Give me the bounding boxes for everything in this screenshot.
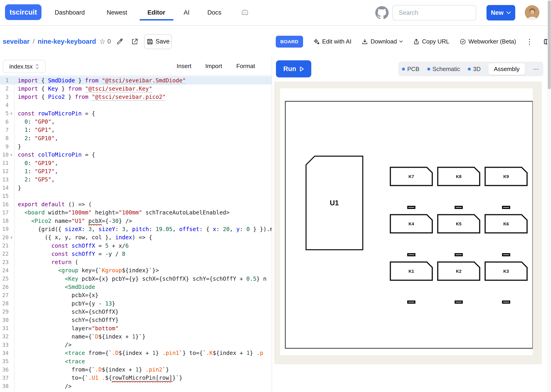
code-line[interactable]: 36 from={`.D${index + 1} .pin2`} — [0, 365, 272, 374]
fold-arrow-icon[interactable]: ∨ — [9, 235, 14, 239]
code-area[interactable]: 1import { SmdDiode } from "@tsci/seveiba… — [0, 76, 272, 392]
gutter: 19 — [0, 225, 14, 233]
code-line[interactable]: 34 <trace from={`.D${index + 1} .pin1`} … — [0, 349, 272, 357]
search-input[interactable]: Search — [392, 5, 476, 21]
tab-3d[interactable]: 3D — [468, 66, 481, 73]
nav-item-editor[interactable]: Editor — [147, 0, 165, 25]
code-line[interactable]: 9} — [0, 142, 272, 150]
tscircuit-logo[interactable]: tscircuit — [5, 4, 42, 20]
code-line[interactable]: 17 <board width="100mm" height="100mm" s… — [0, 209, 272, 217]
assembly-canvas[interactable]: U1 K7 K8 K9 — [274, 82, 542, 364]
new-button[interactable]: New — [487, 5, 515, 21]
nav-item-newest[interactable]: Newest — [107, 0, 127, 25]
code-line[interactable]: 25 <Key pcbX={x} pcbY={y} schX={schOffX}… — [0, 274, 272, 283]
nav-item-docs[interactable]: Docs — [207, 0, 222, 25]
tab-assembly[interactable]: Assembly — [488, 63, 525, 75]
code-text: import { Pico2 } from "@tsci/seveibar.pi… — [14, 94, 166, 100]
code-line[interactable]: 8 2: "GP10", — [0, 134, 272, 142]
code-line[interactable]: 4 — [0, 101, 272, 109]
code-line[interactable]: 7 1: "GP1", — [0, 126, 272, 134]
menu-import[interactable]: Import — [205, 57, 222, 75]
tab-pcb[interactable]: PCB — [402, 66, 419, 73]
line-number: 31 — [0, 325, 9, 331]
code-line[interactable]: 2import { Key } from "@tsci/seveibar.Key… — [0, 84, 272, 93]
edit-with-ai-button[interactable]: Edit with AI — [313, 38, 352, 45]
code-line[interactable]: 28 pcbY={y - 13} — [0, 299, 272, 308]
code-line[interactable]: 12 1: "GP17", — [0, 167, 272, 175]
code-text: layer="bottom" — [14, 325, 119, 332]
file-selector[interactable]: index.tsx — [3, 60, 46, 73]
code-text: } — [14, 143, 21, 150]
star-button[interactable]: ☆ 0 — [99, 37, 111, 46]
code-line[interactable]: 35 <trace — [0, 357, 272, 365]
window-scrollbar[interactable] — [547, 0, 551, 392]
edit-pencil-icon[interactable] — [116, 38, 123, 46]
code-text: <SmdDiode — [14, 284, 95, 290]
diode-row-1[interactable] — [407, 206, 510, 209]
key-label: K5 — [456, 222, 462, 226]
code-line[interactable]: 14} — [0, 184, 272, 192]
breadcrumb-owner[interactable]: seveibar — [3, 38, 30, 45]
open-external-icon[interactable] — [131, 38, 139, 46]
code-line[interactable]: 10∨const colToMicroPin = { — [0, 151, 272, 159]
diode-row-2[interactable] — [407, 253, 510, 256]
github-icon[interactable] — [375, 6, 389, 20]
line-number: 16 — [0, 201, 9, 208]
code-line[interactable]: 23 return ( — [0, 258, 272, 266]
diode-row-3[interactable] — [407, 301, 510, 304]
code-line[interactable]: 1import { SmdDiode } from "@tsci/seveiba… — [0, 76, 272, 84]
webworker-button[interactable]: Webworker (Beta) — [459, 38, 516, 45]
code-line[interactable]: 24 <group key={`Kgroup${index}`}> — [0, 266, 272, 274]
code-line[interactable]: 13 2: "GP5", — [0, 175, 272, 184]
menu-format[interactable]: Format — [236, 57, 255, 75]
key-label: K9 — [503, 174, 509, 179]
code-line[interactable]: 26 <SmdDiode — [0, 283, 272, 291]
code-line[interactable]: 38 /> — [0, 382, 272, 390]
run-button[interactable]: Run — [276, 60, 311, 77]
play-icon — [300, 66, 304, 71]
gutter: 6 — [0, 118, 14, 126]
code-line[interactable]: 11 0: "GP19", — [0, 159, 272, 167]
code-text: pcbX={x} — [14, 292, 99, 298]
breadcrumb-package[interactable]: nine-key-keyboard — [38, 38, 96, 45]
code-line[interactable]: 5∨const rowToMicroPin = { — [0, 109, 272, 118]
code-line[interactable]: 37 to={`.U1 .${rowToMicroPin[row]}`} — [0, 374, 272, 382]
code-line[interactable]: 27 pcbX={x} — [0, 291, 272, 299]
tab-schematic[interactable]: Schematic — [427, 66, 460, 73]
scrollbar-thumb[interactable] — [548, 0, 551, 89]
nav-item-ai[interactable]: AI — [184, 0, 190, 25]
code-line[interactable]: 6 0: "GP0", — [0, 118, 272, 126]
fold-arrow-icon[interactable]: ∨ — [9, 111, 14, 115]
fold-arrow-icon[interactable]: ∨ — [9, 153, 14, 157]
code-line[interactable]: 32 name={`D${index + 1}`} — [0, 332, 272, 341]
discord-icon[interactable] — [240, 8, 250, 17]
save-button[interactable]: Save — [144, 34, 172, 49]
code-line[interactable]: 31 layer="bottom" — [0, 324, 272, 332]
menu-insert[interactable]: Insert — [177, 57, 191, 75]
code-line[interactable]: 18 <Pico2 name="U1" pcbX={-30} /> — [0, 217, 272, 225]
code-line[interactable]: 16export default () => ( — [0, 200, 272, 208]
code-line[interactable]: 30 schY={schOffY} — [0, 316, 272, 324]
code-line[interactable]: 29 schX={schOffX} — [0, 308, 272, 316]
pcb-dot-icon — [402, 68, 405, 70]
gutter: 27 — [0, 291, 14, 299]
tabs-overflow-icon[interactable]: ⋯ — [533, 65, 540, 73]
line-number: 20 — [0, 234, 9, 241]
chevron-down-icon — [506, 11, 511, 14]
code-line[interactable]: 33 /> — [0, 341, 272, 349]
tab-assembly-label: Assembly — [494, 66, 520, 73]
board-badge[interactable]: BOARD — [276, 36, 303, 48]
code-line[interactable]: 15 — [0, 192, 272, 200]
avatar[interactable] — [525, 5, 539, 20]
code-line[interactable]: 3import { Pico2 } from "@tsci/seveibar.p… — [0, 93, 272, 101]
download-button[interactable]: Download — [361, 38, 403, 45]
copy-url-button[interactable]: Copy URL — [413, 38, 449, 45]
code-line[interactable]: 22 const schOffY = -y / 8 — [0, 250, 272, 258]
code-line[interactable]: 21 const schOffX = 5 + x/6 — [0, 242, 272, 250]
code-line[interactable]: 19 {grid({ sizeX: 3, sizeY: 3, pitch: 19… — [0, 225, 272, 233]
nav-item-dashboard[interactable]: Dashboard — [55, 0, 85, 25]
code-line[interactable]: 20∨ ({ x, y, row, col }, index) => { — [0, 233, 272, 242]
more-options-icon[interactable]: ⋮ — [526, 38, 533, 46]
assembly-viewport[interactable]: U1 K7 K8 K9 — [280, 88, 533, 355]
line-number: 32 — [0, 333, 9, 340]
